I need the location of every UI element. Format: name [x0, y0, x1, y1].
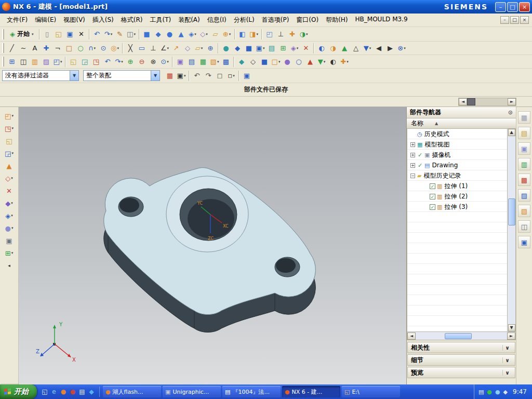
chevron-down-icon[interactable]: ▾: [324, 60, 326, 64]
toolbar-button[interactable]: ○: [293, 56, 304, 68]
toolbar-button[interactable]: ◰▾: [4, 110, 15, 122]
toolbar-button[interactable]: ⊗: [148, 56, 159, 68]
menu-item[interactable]: 装配(A): [175, 14, 204, 26]
toolbar-button[interactable]: ⊥: [275, 29, 287, 40]
expand-icon[interactable]: +: [410, 153, 415, 157]
toolbar-button[interactable]: ⊖: [136, 56, 148, 68]
chevron-down-icon[interactable]: ▾: [167, 46, 169, 50]
menu-item[interactable]: HB_MOULD M3.9: [352, 14, 411, 26]
taskbar-task-button[interactable]: ▤『1004』法...: [222, 386, 281, 397]
close-button[interactable]: ×: [519, 2, 530, 12]
toolbar-button[interactable]: ◆: [236, 56, 247, 68]
menu-item[interactable]: 编辑(E): [31, 14, 60, 26]
menu-item[interactable]: 帮助(H): [322, 14, 351, 26]
toolbar-button[interactable]: ◱: [68, 56, 79, 68]
toolbar-button[interactable]: ◫: [18, 56, 29, 68]
chevron-down-icon[interactable]: ▼: [70, 71, 78, 81]
chevron-down-icon[interactable]: ▾: [369, 46, 371, 50]
navigator-tree-row[interactable]: +✓▥拉伸 (3): [407, 202, 507, 212]
toolbar-button[interactable]: ◇: [247, 56, 259, 68]
toolbar-button[interactable]: ◻: [214, 70, 225, 82]
toolbar-button[interactable]: ●▾: [4, 222, 15, 234]
toolbar-button[interactable]: ◈▾: [4, 210, 15, 221]
scroll-down-icon[interactable]: ▼: [508, 324, 515, 331]
navigator-section-header[interactable]: 细节∨: [407, 354, 515, 366]
navigator-tree-row[interactable]: +✓▥拉伸 (2): [407, 191, 507, 202]
chevron-down-icon[interactable]: ▾: [256, 32, 258, 36]
toolbar-button[interactable]: ▤: [518, 127, 530, 139]
toolbar-button[interactable]: ●: [282, 56, 293, 68]
navigator-tree-row[interactable]: +✓▣摄像机: [407, 150, 507, 160]
toolbar-button[interactable]: ▩: [518, 174, 530, 186]
taskbar-task-button[interactable]: ▣Unigraphic...: [163, 386, 221, 397]
chevron-down-icon[interactable]: ▾: [11, 151, 14, 155]
navigator-tree-row[interactable]: +▦模型视图: [407, 139, 507, 150]
toolbar-button[interactable]: ◐: [316, 43, 327, 54]
name-column-header[interactable]: 名称 ▲: [407, 118, 516, 129]
menu-item[interactable]: 格式(R): [117, 14, 147, 26]
toolbar-button[interactable]: ◀: [373, 43, 384, 54]
toolbar-button[interactable]: ⊕▾: [221, 29, 233, 40]
pin-icon[interactable]: ⊙: [508, 109, 513, 116]
chevron-down-icon[interactable]: ▾: [167, 60, 169, 64]
tray-icon[interactable]: ▤: [478, 389, 484, 395]
navigator-vertical-scrollbar[interactable]: ▲ ▼: [507, 129, 515, 331]
checkmark-icon[interactable]: ✓: [417, 152, 423, 158]
mdi-minimize-button[interactable]: –: [500, 16, 509, 24]
menu-item[interactable]: 窗口(O): [292, 14, 322, 26]
toolbar-button[interactable]: ⊙▾: [159, 56, 170, 68]
navigator-tree-row[interactable]: +◷历史模式: [407, 129, 507, 139]
toolbar-button[interactable]: ⊕: [125, 56, 136, 68]
quick-launch-icon[interactable]: ◆: [87, 387, 96, 397]
chevron-down-icon[interactable]: ▾: [121, 60, 123, 64]
chevron-down-icon[interactable]: ▾: [11, 214, 13, 218]
chevron-down-icon[interactable]: ▾: [11, 114, 14, 118]
toolbar-button[interactable]: ✕: [300, 43, 312, 54]
menu-item[interactable]: 信息(I): [204, 14, 230, 26]
tree-node-label[interactable]: 历史模式: [424, 130, 449, 139]
chevron-down-icon[interactable]: ▾: [306, 32, 308, 36]
toolbar-button[interactable]: ∩▾: [86, 43, 98, 54]
cad-model-flange[interactable]: YC XC ZC Y X Z: [19, 107, 406, 384]
toolbar-button[interactable]: ✕: [76, 29, 87, 40]
scroll-left-icon[interactable]: ◄: [459, 98, 467, 105]
toolbar-button[interactable]: ↶: [91, 29, 103, 40]
menu-item[interactable]: 分析(L): [230, 14, 258, 26]
toolbar-button[interactable]: ◆: [153, 29, 164, 40]
toolbar-button[interactable]: ■: [141, 29, 153, 40]
chevron-down-icon[interactable]: ▾: [217, 60, 219, 64]
toolbar-button[interactable]: ◱: [4, 135, 15, 147]
scrollbar-thumb[interactable]: [467, 98, 475, 105]
toolbar-button[interactable]: ●: [164, 29, 176, 40]
toolbar-button[interactable]: ▣: [518, 236, 530, 248]
toolbar-button[interactable]: ▤: [266, 43, 277, 54]
toolbar-button[interactable]: ▼▾: [316, 56, 327, 68]
tree-node-label[interactable]: 拉伸 (1): [444, 182, 468, 191]
toolbar-button[interactable]: ⊞: [6, 56, 18, 68]
menu-item[interactable]: 工具(T): [146, 14, 175, 26]
toolbar-button[interactable]: □▾: [270, 56, 282, 68]
chevron-down-icon[interactable]: ▼: [151, 71, 159, 81]
maximize-button[interactable]: □: [507, 2, 518, 12]
taskbar-task-button[interactable]: ●NX 6 - 建...: [282, 386, 340, 397]
toolbar-button[interactable]: ◨▾: [248, 29, 260, 40]
bore-floor[interactable]: [188, 199, 234, 238]
toolbar-button[interactable]: ╱: [6, 43, 18, 54]
start-menu-button[interactable]: ◈ 开始 ▾: [6, 28, 37, 41]
toolbar-button[interactable]: ◰: [264, 29, 275, 40]
chevron-down-icon[interactable]: ▾: [184, 74, 186, 78]
toolbar-button[interactable]: ▣▾: [255, 43, 266, 54]
toolbar-button[interactable]: △: [350, 43, 362, 54]
toolbar-button[interactable]: ◫▾: [126, 29, 137, 40]
tree-node-label[interactable]: 摄像机: [432, 151, 450, 159]
chevron-down-icon[interactable]: ▾: [111, 32, 113, 36]
toolbar-button[interactable]: ◑: [327, 43, 339, 54]
toolbar-button[interactable]: ¬: [52, 43, 63, 54]
toolbar-button[interactable]: ▧: [518, 205, 530, 217]
scrollbar-thumb[interactable]: [445, 333, 472, 339]
toolbar-button[interactable]: ▧▾: [209, 56, 220, 68]
toolbar-button[interactable]: ▦: [197, 56, 209, 68]
toolbar-button[interactable]: ✚: [287, 29, 298, 40]
toolbar-button[interactable]: ◆▾: [4, 197, 15, 209]
taskbar-task-button[interactable]: ●湖人flash...: [103, 386, 161, 397]
